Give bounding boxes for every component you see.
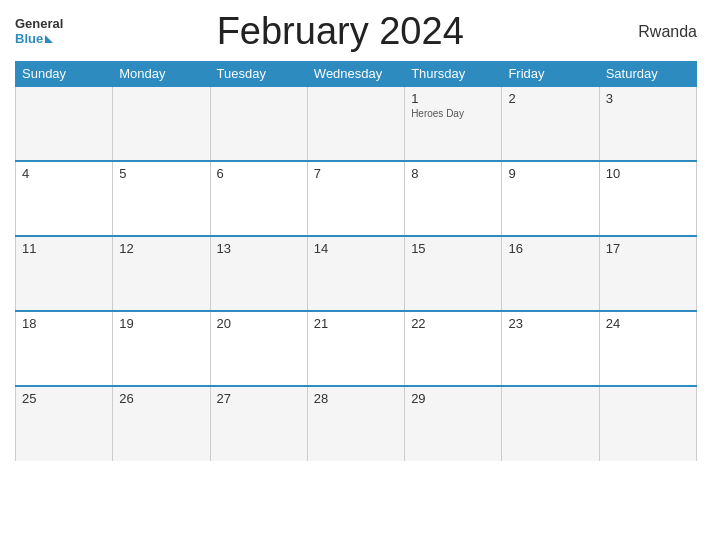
table-row: 24 <box>599 311 696 386</box>
table-row <box>502 386 599 461</box>
col-sunday: Sunday <box>16 62 113 87</box>
table-row: 13 <box>210 236 307 311</box>
day-number: 29 <box>411 391 495 406</box>
table-row <box>210 86 307 161</box>
country-label: Rwanda <box>617 23 697 41</box>
day-number: 15 <box>411 241 495 256</box>
table-row: 14 <box>307 236 404 311</box>
day-number: 28 <box>314 391 398 406</box>
day-number: 23 <box>508 316 592 331</box>
table-row: 3 <box>599 86 696 161</box>
col-thursday: Thursday <box>405 62 502 87</box>
table-row: 8 <box>405 161 502 236</box>
col-tuesday: Tuesday <box>210 62 307 87</box>
table-row: 23 <box>502 311 599 386</box>
table-row <box>16 86 113 161</box>
calendar-week-row: 2526272829 <box>16 386 697 461</box>
day-number: 13 <box>217 241 301 256</box>
day-number: 25 <box>22 391 106 406</box>
day-number: 14 <box>314 241 398 256</box>
day-number: 9 <box>508 166 592 181</box>
table-row <box>113 86 210 161</box>
day-number: 12 <box>119 241 203 256</box>
table-row: 11 <box>16 236 113 311</box>
table-row: 1Heroes Day <box>405 86 502 161</box>
day-number: 7 <box>314 166 398 181</box>
table-row: 6 <box>210 161 307 236</box>
table-row: 20 <box>210 311 307 386</box>
table-row: 16 <box>502 236 599 311</box>
table-row: 12 <box>113 236 210 311</box>
calendar-week-row: 18192021222324 <box>16 311 697 386</box>
table-row: 15 <box>405 236 502 311</box>
day-number: 2 <box>508 91 592 106</box>
col-friday: Friday <box>502 62 599 87</box>
logo-blue-text: Blue <box>15 32 53 46</box>
logo-triangle-icon <box>45 35 53 43</box>
month-title: February 2024 <box>63 10 617 53</box>
table-row: 7 <box>307 161 404 236</box>
table-row <box>307 86 404 161</box>
calendar-table: Sunday Monday Tuesday Wednesday Thursday… <box>15 61 697 461</box>
col-monday: Monday <box>113 62 210 87</box>
table-row: 25 <box>16 386 113 461</box>
day-number: 16 <box>508 241 592 256</box>
day-number: 19 <box>119 316 203 331</box>
header: General Blue February 2024 Rwanda <box>15 10 697 53</box>
day-number: 22 <box>411 316 495 331</box>
day-number: 20 <box>217 316 301 331</box>
logo: General Blue <box>15 17 63 46</box>
table-row: 10 <box>599 161 696 236</box>
day-number: 27 <box>217 391 301 406</box>
calendar-body: 1Heroes Day23456789101112131415161718192… <box>16 86 697 461</box>
logo-general-text: General <box>15 17 63 31</box>
calendar-week-row: 1Heroes Day23 <box>16 86 697 161</box>
day-number: 8 <box>411 166 495 181</box>
calendar-header-row: Sunday Monday Tuesday Wednesday Thursday… <box>16 62 697 87</box>
table-row: 21 <box>307 311 404 386</box>
day-number: 11 <box>22 241 106 256</box>
calendar-page: General Blue February 2024 Rwanda Sunday… <box>0 0 712 550</box>
table-row <box>599 386 696 461</box>
day-number: 1 <box>411 91 495 106</box>
calendar-week-row: 11121314151617 <box>16 236 697 311</box>
table-row: 29 <box>405 386 502 461</box>
calendar-week-row: 45678910 <box>16 161 697 236</box>
table-row: 28 <box>307 386 404 461</box>
table-row: 19 <box>113 311 210 386</box>
table-row: 26 <box>113 386 210 461</box>
day-number: 24 <box>606 316 690 331</box>
day-event: Heroes Day <box>411 108 495 119</box>
table-row: 18 <box>16 311 113 386</box>
table-row: 17 <box>599 236 696 311</box>
col-wednesday: Wednesday <box>307 62 404 87</box>
table-row: 27 <box>210 386 307 461</box>
table-row: 5 <box>113 161 210 236</box>
day-number: 6 <box>217 166 301 181</box>
table-row: 22 <box>405 311 502 386</box>
col-saturday: Saturday <box>599 62 696 87</box>
day-number: 3 <box>606 91 690 106</box>
day-number: 10 <box>606 166 690 181</box>
day-number: 4 <box>22 166 106 181</box>
table-row: 9 <box>502 161 599 236</box>
day-number: 5 <box>119 166 203 181</box>
day-number: 18 <box>22 316 106 331</box>
day-number: 21 <box>314 316 398 331</box>
day-number: 26 <box>119 391 203 406</box>
table-row: 2 <box>502 86 599 161</box>
day-number: 17 <box>606 241 690 256</box>
table-row: 4 <box>16 161 113 236</box>
